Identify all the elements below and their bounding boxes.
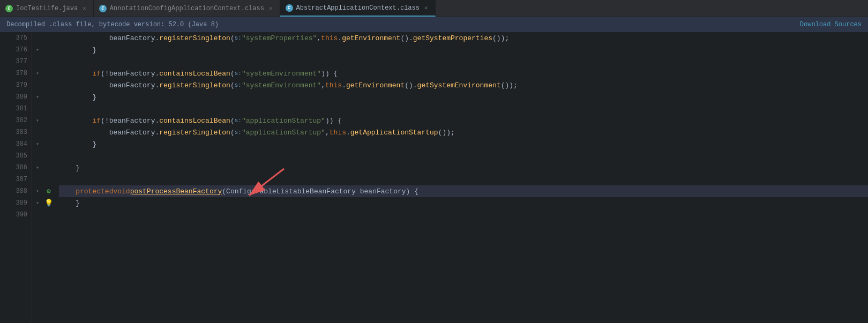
line-indicator xyxy=(43,79,55,91)
token-plain: (!beanFactory. xyxy=(101,70,159,78)
line-number-gutter: 3753763773783793803813823833843853863873… xyxy=(0,32,32,323)
token-method: registerSingleton xyxy=(159,34,230,42)
token-plain: (ConfigurableListableBeanFactory beanFac… xyxy=(222,187,418,196)
tab-abstractappcontext[interactable]: C AbstractApplicationContext.class ✕ xyxy=(280,0,436,17)
line-indicator xyxy=(43,103,55,115)
code-area: beanFactory.registerSingleton( s: "syste… xyxy=(55,32,868,323)
editor-wrapper: 3753763773783793803813823833843853863873… xyxy=(0,32,868,323)
line-number: 375 xyxy=(0,32,32,44)
fold-indicator[interactable]: ▾ xyxy=(32,44,43,56)
line-number: 382 xyxy=(0,115,32,126)
code-line: } xyxy=(59,44,868,56)
code-line xyxy=(59,150,868,162)
token-method: getSystemProperties xyxy=(413,34,492,42)
fold-indicator[interactable]: ▾ xyxy=(32,115,43,126)
line-number: 376 xyxy=(0,44,32,56)
tab-bar: C IocTestLife.java ✕ C AnnotationConfigA… xyxy=(0,0,868,17)
token-method-highlight: postProcessBeanFactory xyxy=(130,187,222,196)
code-line: } xyxy=(59,162,868,174)
token-kw: this xyxy=(330,129,346,137)
token-plain: } xyxy=(92,46,96,54)
code-line: beanFactory.registerSingleton( s: "syste… xyxy=(59,32,868,44)
line-number: 390 xyxy=(0,209,32,221)
download-sources-button[interactable]: Download Sources xyxy=(800,21,862,28)
token-plain: (). xyxy=(400,34,413,42)
token-plain: } xyxy=(76,199,80,207)
indent xyxy=(59,164,76,172)
token-plain: ()); xyxy=(438,129,455,137)
token-method: getEnvironment xyxy=(346,81,405,89)
token-kw: protected xyxy=(76,187,113,196)
indent xyxy=(59,117,92,125)
token-plain: beanFactory. xyxy=(109,34,160,42)
run-icon[interactable]: ⚙ xyxy=(47,187,51,196)
token-str-label: s: xyxy=(235,35,242,41)
line-number: 385 xyxy=(0,150,32,162)
line-indicator xyxy=(43,209,55,221)
token-plain: )) { xyxy=(325,117,342,125)
fold-indicator[interactable]: ▾ xyxy=(32,67,43,79)
bulb-icon[interactable]: 💡 xyxy=(44,199,53,207)
token-plain: ( xyxy=(230,34,235,42)
code-line xyxy=(59,103,868,115)
token-str: "systemEnvironment" xyxy=(242,81,321,89)
token-str-label: s: xyxy=(235,129,242,136)
tab-close-1[interactable]: ✕ xyxy=(81,4,88,12)
code-line xyxy=(59,56,868,67)
token-plain: , xyxy=(317,34,321,42)
code-line: if (!beanFactory.containsLocalBean( s: "… xyxy=(59,115,868,126)
tab-annotationconfig[interactable]: C AnnotationConfigApplicationContext.cla… xyxy=(94,0,280,17)
line-indicator xyxy=(43,56,55,67)
token-plain: ( xyxy=(230,81,235,89)
indent xyxy=(59,187,76,196)
line-indicator[interactable]: ⚙ xyxy=(43,185,55,197)
indent xyxy=(59,70,92,78)
fold-indicator xyxy=(32,150,43,162)
tab-ioctestlife[interactable]: C IocTestLife.java ✕ xyxy=(0,0,94,17)
decompile-info: Decompiled .class file, bytecode version… xyxy=(6,21,219,28)
line-number: 380 xyxy=(0,91,32,103)
token-kw: this xyxy=(321,34,338,42)
code-line: beanFactory.registerSingleton( s: "appli… xyxy=(59,126,868,138)
token-plain: )) { xyxy=(321,70,338,78)
tab-close-2[interactable]: ✕ xyxy=(267,4,274,12)
fold-indicator xyxy=(32,126,43,138)
fold-indicator[interactable]: ▾ xyxy=(32,91,43,103)
token-plain: ( xyxy=(230,129,235,137)
tab-close-3[interactable]: ✕ xyxy=(423,4,430,12)
line-indicator xyxy=(43,32,55,44)
code-line xyxy=(59,174,868,185)
token-method: getSystemEnvironment xyxy=(417,81,501,89)
line-number: 386 xyxy=(0,162,32,174)
fold-indicator[interactable]: ▾ xyxy=(32,185,43,197)
token-method: getEnvironment xyxy=(342,34,400,42)
token-method: containsLocalBean xyxy=(159,117,230,125)
fold-indicator[interactable]: ▾ xyxy=(32,197,43,209)
line-indicator xyxy=(43,138,55,150)
token-plain: (). xyxy=(405,81,417,89)
editor-container: C IocTestLife.java ✕ C AnnotationConfigA… xyxy=(0,0,868,323)
line-number: 383 xyxy=(0,126,32,138)
token-method: containsLocalBean xyxy=(159,70,230,78)
indent xyxy=(59,93,92,101)
fold-indicator[interactable]: ▾ xyxy=(32,162,43,174)
line-number: 381 xyxy=(0,103,32,115)
fold-indicator[interactable]: ▾ xyxy=(32,138,43,150)
line-indicator[interactable]: 💡 xyxy=(43,197,55,209)
line-number: 388 xyxy=(0,185,32,197)
info-bar: Decompiled .class file, bytecode version… xyxy=(0,17,868,32)
tab-icon-java: C xyxy=(5,5,13,12)
fold-indicator xyxy=(32,56,43,67)
token-str-label: s: xyxy=(235,70,242,77)
tab-label-3: AbstractApplicationContext.class xyxy=(296,4,420,12)
token-plain: , xyxy=(325,129,330,137)
token-kw: if xyxy=(92,70,101,78)
token-str: "applicationStartup" xyxy=(242,117,325,125)
line-number: 378 xyxy=(0,67,32,79)
line-indicator xyxy=(43,44,55,56)
token-plain: (!beanFactory. xyxy=(101,117,159,125)
line-indicator xyxy=(43,67,55,79)
tab-label-1: IocTestLife.java xyxy=(16,5,78,12)
line-indicator xyxy=(43,162,55,174)
editor: 3753763773783793803813823833843853863873… xyxy=(0,32,868,323)
